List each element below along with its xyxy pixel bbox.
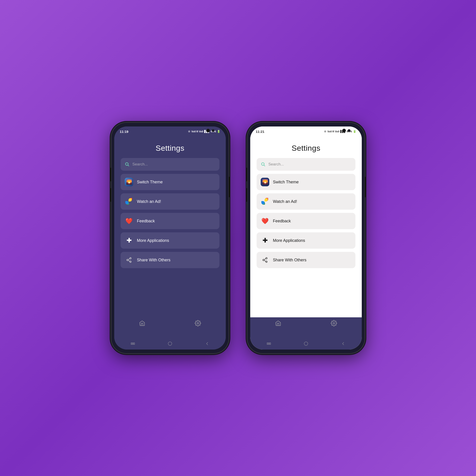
power-button-light <box>365 177 366 197</box>
sys-recents-light[interactable] <box>266 341 272 346</box>
more-apps-item-light[interactable]: ✚ More Applications <box>256 232 356 249</box>
search-icon-dark <box>125 162 130 167</box>
camera-area-light <box>342 129 350 132</box>
feedback-label-light: Feedback <box>273 219 291 223</box>
wifi-icon: ☆ <box>188 130 190 133</box>
feedback-label-dark: Feedback <box>137 219 155 223</box>
svg-point-19 <box>333 323 335 324</box>
network-info: Vo0 R Vo0 <box>191 130 203 133</box>
system-nav-light <box>250 338 362 350</box>
sys-home-light[interactable] <box>303 341 309 346</box>
switch-theme-item-light[interactable]: 🌄 Switch Theme <box>256 174 356 190</box>
share-icon-svg-light <box>262 257 268 263</box>
svg-rect-11 <box>168 342 172 345</box>
recents-icon <box>130 341 136 346</box>
svg-rect-22 <box>270 343 271 344</box>
recents-icon-light <box>266 341 272 346</box>
screen-light: 11:21 ☆ Vo0 R Vo0 ▋▋▋ 44% 🔋 Settings <box>250 126 362 350</box>
heart-icon-dark: ❤️ <box>125 217 133 225</box>
pinwheel-graphic <box>125 198 133 205</box>
power-button <box>229 177 230 197</box>
svg-line-1 <box>128 165 129 166</box>
status-icons-dark: ☆ Vo0 R Vo0 ▋▋▋ 44% 🔋 <box>188 130 220 133</box>
screen-dark: 11:19 ☆ Vo0 R Vo0 ▋▋▋ 44% 🔋 Settings <box>114 126 226 350</box>
svg-point-14 <box>266 257 267 259</box>
share-icon-dark <box>125 256 133 264</box>
svg-rect-23 <box>304 342 308 345</box>
volume-down-button-light <box>246 188 247 202</box>
svg-point-15 <box>263 259 264 261</box>
sys-back-icon-light <box>340 341 346 346</box>
plus-icon-dark: ✚ <box>125 236 133 245</box>
svg-point-0 <box>126 163 128 166</box>
nav-home-dark[interactable] <box>139 320 145 326</box>
volume-up-button-light <box>246 168 247 181</box>
switch-theme-icon-dark <box>125 178 133 186</box>
share-item-light[interactable]: Share With Others <box>256 252 356 268</box>
sys-back-dark[interactable] <box>204 341 210 346</box>
camera-dot-light <box>342 129 346 132</box>
svg-rect-9 <box>132 343 133 344</box>
system-nav-dark <box>114 338 226 350</box>
svg-point-2 <box>130 257 131 259</box>
sys-recents-dark[interactable] <box>130 341 136 346</box>
svg-rect-8 <box>131 343 132 344</box>
search-bar-light[interactable]: Search... <box>256 158 356 171</box>
switch-theme-label-light: Switch Theme <box>273 180 299 185</box>
more-apps-label-light: More Applications <box>273 238 305 243</box>
switch-theme-label-dark: Switch Theme <box>137 180 163 185</box>
nav-settings-light[interactable] <box>331 320 337 326</box>
svg-rect-10 <box>134 343 135 344</box>
feedback-item-light[interactable]: ❤️ Feedback <box>256 213 356 229</box>
app-content-dark: Settings Search... Switch Theme <box>114 136 226 317</box>
network-info-light: Vo0 R Vo0 <box>327 130 339 133</box>
watch-ad-item-light[interactable]: Watch an Ad! <box>256 193 356 210</box>
volume-up-button <box>110 168 111 181</box>
watch-ad-label-light: Watch an Ad! <box>273 199 297 204</box>
search-placeholder-light: Search... <box>268 162 284 167</box>
camera-area-dark <box>206 129 214 132</box>
settings-nav-icon-dark <box>195 320 201 326</box>
svg-rect-21 <box>268 343 269 344</box>
watch-ad-item-dark[interactable]: Watch an Ad! <box>120 193 220 210</box>
camera-dot2 <box>212 129 214 132</box>
svg-line-18 <box>264 259 266 259</box>
wifi-icon-light: ☆ <box>324 130 326 133</box>
status-time-light: 11:21 <box>256 130 264 134</box>
switch-theme-item-dark[interactable]: Switch Theme <box>120 174 220 190</box>
menu-list-dark: Search... Switch Theme <box>114 158 226 317</box>
volume-down-button <box>110 188 111 202</box>
svg-point-12 <box>262 163 264 166</box>
blade-blue-light <box>261 201 265 204</box>
pinwheel-graphic-light <box>261 198 269 205</box>
svg-point-3 <box>127 259 128 261</box>
more-apps-label-dark: More Applications <box>137 238 169 243</box>
search-icon-light <box>261 162 266 167</box>
theme-icon-emoji: 🌄 <box>262 179 268 185</box>
svg-line-13 <box>264 165 265 166</box>
home-nav-icon-light <box>275 320 281 326</box>
battery-icon: 🔋 <box>217 130 220 133</box>
share-label-light: Share With Others <box>273 258 306 262</box>
more-apps-item-dark[interactable]: ✚ More Applications <box>120 232 220 249</box>
feedback-item-dark[interactable]: ❤️ Feedback <box>120 213 220 229</box>
share-icon-light <box>261 256 269 264</box>
sys-back-light[interactable] <box>340 341 346 346</box>
camera-dot2-light <box>348 129 350 132</box>
sys-home-dark[interactable] <box>167 341 173 346</box>
nav-settings-dark[interactable] <box>195 320 201 326</box>
settings-nav-icon-light <box>331 320 337 326</box>
blade-blue <box>125 201 129 204</box>
search-bar-dark[interactable]: Search... <box>120 158 220 171</box>
svg-line-6 <box>128 259 130 259</box>
nav-home-light[interactable] <box>275 320 281 326</box>
status-bar-dark: 11:19 ☆ Vo0 R Vo0 ▋▋▋ 44% 🔋 <box>114 126 226 136</box>
share-item-dark[interactable]: Share With Others <box>120 252 220 268</box>
sys-home-icon <box>167 341 173 346</box>
blade-yellow <box>129 198 132 202</box>
watch-ad-label-dark: Watch an Ad! <box>137 199 161 204</box>
app-content-light: Settings Search... 🌄 <box>250 136 362 317</box>
page-title-dark: Settings <box>114 136 226 158</box>
pinwheel-icon-light <box>261 197 269 206</box>
bottom-nav-dark <box>114 317 226 338</box>
